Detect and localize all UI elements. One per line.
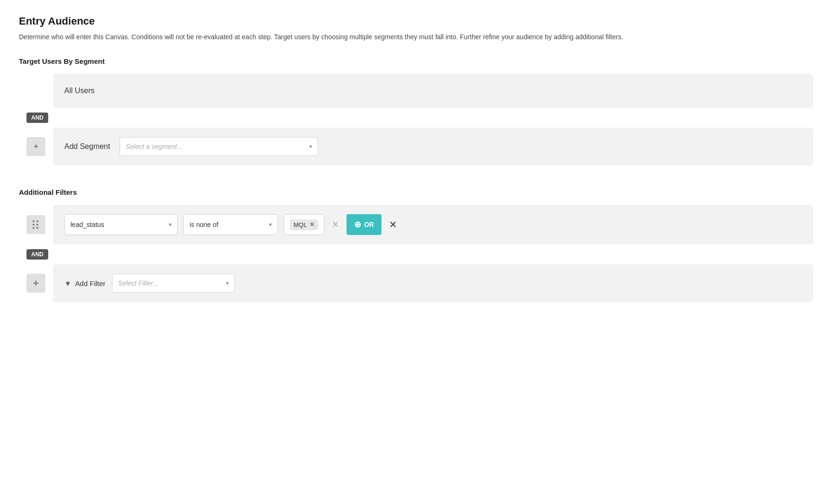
all-users-left-handle — [19, 74, 53, 108]
segments-section-title: Target Users By Segment — [19, 57, 813, 65]
filter-condition-dropdown[interactable]: is none of ▾ — [183, 214, 278, 235]
filter-select-dropdown[interactable]: Select Filter... ▾ — [112, 274, 235, 293]
add-filter-label: ▼ Add Filter — [64, 279, 105, 287]
filter-select-chevron-icon: ▾ — [226, 280, 229, 287]
all-users-row: All Users — [19, 74, 813, 108]
filter-clear-btn[interactable]: ✕ — [330, 219, 341, 230]
add-filter-left-handle: + — [19, 264, 53, 302]
filter-funnel-icon: ▼ — [64, 279, 71, 287]
tag-label: MQL — [294, 221, 307, 228]
field-chevron-icon: ▾ — [169, 221, 172, 228]
tag-remove-btn[interactable]: ✕ — [310, 221, 314, 228]
dot-2 — [36, 220, 38, 222]
and-badge-1: AND — [26, 113, 48, 123]
and-connector-1: AND — [19, 108, 813, 128]
add-segment-row: + Add Segment Select a segment... ▾ — [19, 128, 813, 165]
or-label: OR — [364, 221, 374, 228]
drag-dots-top — [33, 220, 39, 222]
dot-4 — [36, 224, 38, 226]
drag-dots-bot — [33, 227, 39, 229]
filter-row: lead_status ▾ is none of ▾ MQL ✕ ✕ — [19, 205, 813, 244]
and-badge-2: AND — [26, 249, 48, 260]
filters-section-title: Additional Filters — [19, 188, 813, 196]
add-segment-inner: Add Segment Select a segment... ▾ — [64, 137, 318, 156]
or-plus-icon: ⊕ — [354, 219, 361, 230]
segment-placeholder: Select a segment... — [126, 143, 182, 150]
chevron-down-icon: ▾ — [309, 143, 312, 150]
add-filter-inner: ▼ Add Filter Select Filter... ▾ — [64, 274, 235, 293]
filter-left-handle — [19, 205, 53, 244]
filter-delete-btn[interactable]: ✕ — [387, 219, 399, 230]
filter-value-area[interactable]: MQL ✕ — [284, 214, 324, 235]
all-users-content: All Users — [53, 74, 813, 108]
add-filter-content: ▼ Add Filter Select Filter... ▾ — [53, 264, 813, 302]
segments-section: Target Users By Segment All Users AND + … — [19, 57, 813, 165]
filter-condition-value: is none of — [190, 221, 218, 228]
page-title: Entry Audience — [19, 15, 813, 27]
filter-field-value: lead_status — [70, 221, 104, 228]
add-segment-content: Add Segment Select a segment... ▾ — [53, 128, 813, 165]
filter-row-inner: lead_status ▾ is none of ▾ MQL ✕ ✕ — [64, 214, 399, 235]
all-users-label: All Users — [64, 87, 95, 95]
filter-row-content: lead_status ▾ is none of ▾ MQL ✕ ✕ — [53, 205, 813, 244]
dot-3 — [33, 224, 35, 226]
drag-dots-mid — [33, 224, 39, 226]
add-filter-plus-btn[interactable]: + — [26, 274, 45, 293]
drag-handle[interactable] — [26, 215, 45, 234]
add-filter-row: + ▼ Add Filter Select Filter... ▾ — [19, 264, 813, 302]
filter-field-dropdown[interactable]: lead_status ▾ — [64, 214, 178, 235]
condition-chevron-icon: ▾ — [269, 221, 272, 228]
and-connector-2: AND — [19, 244, 813, 264]
or-button[interactable]: ⊕ OR — [347, 214, 381, 235]
dot-6 — [36, 227, 38, 229]
filter-select-placeholder: Select Filter... — [118, 279, 158, 287]
dot-1 — [33, 220, 35, 222]
add-segment-label: Add Segment — [64, 142, 110, 151]
add-segment-plus-btn[interactable]: + — [26, 137, 45, 156]
dot-5 — [33, 227, 35, 229]
filters-section: Additional Filters — [19, 188, 813, 302]
segment-dropdown[interactable]: Select a segment... ▾ — [120, 137, 318, 156]
page-description: Determine who will enter this Canvas. Co… — [19, 32, 652, 42]
mql-tag: MQL ✕ — [290, 219, 318, 230]
add-segment-left-handle: + — [19, 128, 53, 165]
